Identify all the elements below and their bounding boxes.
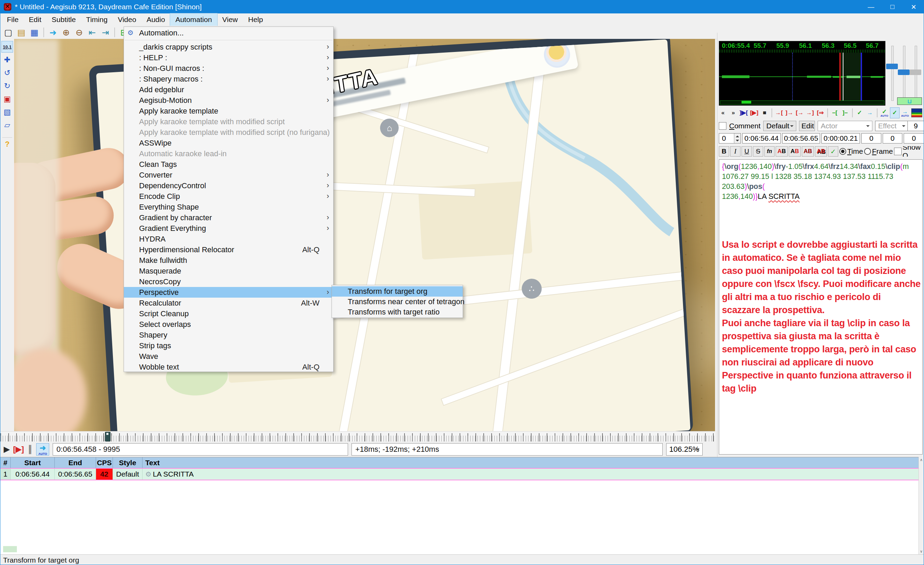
comment-checkbox[interactable] (719, 122, 726, 130)
duration-field[interactable]: 0:00:00.21 (821, 133, 860, 144)
strikeout-button[interactable]: S (753, 146, 763, 157)
audio-toolbar-button[interactable] (910, 107, 923, 118)
menu-item[interactable]: Shapery (124, 330, 333, 340)
video-tool-button[interactable]: ? (2, 137, 12, 149)
menu-item[interactable]: Wobble text Alt-Q (124, 362, 333, 372)
margin-vertical-field[interactable]: 0 (904, 133, 924, 144)
video-tool-button[interactable]: ▱ (2, 119, 13, 131)
scroll-up-icon[interactable]: ∧ (920, 458, 922, 462)
toolbar-button[interactable]: ⊕ (60, 27, 72, 38)
video-zoom-dropdown[interactable]: 106.25% (666, 443, 703, 456)
play-line-button[interactable]: [▶] (13, 445, 24, 454)
submenu-item[interactable]: Transform for target org (332, 286, 463, 297)
menu-item[interactable]: : Non-GUI macros : (124, 63, 333, 73)
audio-scrollbar[interactable] (720, 100, 884, 105)
menu-item[interactable]: DependencyControl (124, 180, 333, 191)
submenu-item[interactable]: Transforms with target ratio (332, 307, 463, 317)
audio-toolbar-button[interactable]: [▶] (749, 107, 759, 118)
outline-color-button[interactable]: AB (802, 146, 814, 157)
video-tool-button[interactable]: ✚ (2, 54, 13, 66)
menubar-item[interactable]: Help (243, 13, 268, 26)
subtitle-edit-box[interactable]: {\org(1236,140)\fry-1.05\frx4.64\frz14.3… (719, 159, 922, 454)
audio-toolbar-button[interactable]: ]▶[ (739, 107, 748, 118)
menu-item[interactable]: Clean Tags (124, 159, 333, 169)
video-tool-button[interactable]: ▣ (2, 93, 13, 105)
grid-scrollbar[interactable]: ∧ ∨ (918, 457, 924, 555)
audio-toolbar-button[interactable]: → AUTO (900, 107, 910, 118)
underline-button[interactable]: U (741, 146, 752, 157)
menu-item[interactable]: Gradient Everything (124, 223, 333, 234)
video-seek-handle[interactable] (105, 432, 111, 442)
video-preview[interactable]: ⌂ ∴ 諏訪神社史料館 LA SCRITTA (14, 39, 715, 431)
scroll-down-icon[interactable]: ∨ (920, 549, 922, 554)
menu-item[interactable]: Strip tags (124, 340, 333, 351)
col-cps[interactable]: CPS (96, 457, 113, 468)
toolbar-button[interactable]: ⇤ (86, 27, 98, 38)
audio-scrollbar-thumb[interactable] (741, 101, 751, 103)
menu-item[interactable]: Gradient by character (124, 212, 333, 223)
edit-style-button[interactable]: Edit (799, 121, 815, 131)
menu-item[interactable]: Add edgeblur (124, 84, 333, 95)
audio-toolbar-button[interactable]: ✓ AUTO (880, 107, 889, 118)
menu-item[interactable]: Hyperdimensional Relocator Alt-Q (124, 244, 333, 255)
shadow-color-button[interactable]: AB (815, 146, 827, 157)
actor-combobox[interactable]: Actor (818, 121, 872, 131)
primary-color-button[interactable]: AB (776, 146, 788, 157)
audio-toolbar-button[interactable]: [⇒ (816, 107, 825, 118)
col-text[interactable]: Text (142, 457, 924, 468)
video-tool-button[interactable]: ↻ (2, 80, 13, 92)
menubar-item[interactable]: File (2, 13, 24, 26)
audio-toolbar-button[interactable]: ]– (840, 107, 850, 118)
auto-seek-toggle[interactable]: ➜AUTO (36, 443, 49, 456)
menu-item[interactable]: Make fullwidth (124, 255, 333, 266)
menu-item[interactable]: HYDRA (124, 234, 333, 244)
menu-item[interactable]: Everything Shape (124, 202, 333, 212)
col-start[interactable]: Start (10, 457, 55, 468)
margin-right-field[interactable]: 0 (883, 133, 902, 144)
end-time-field[interactable]: 0:06:56.65 (782, 133, 820, 144)
spinner-arrows-icon[interactable] (734, 133, 741, 143)
menu-item[interactable]: Aegisub-Motion (124, 95, 333, 106)
audio-toolbar-button[interactable]: ]→ (784, 107, 794, 118)
menubar-item[interactable]: Subtitle (46, 13, 81, 26)
menu-item[interactable]: Masquerade (124, 266, 333, 276)
audio-toolbar-button[interactable]: →[ (774, 107, 784, 118)
menu-item[interactable]: Encode Clip (124, 191, 333, 202)
audio-toolbar-button[interactable]: –[ (830, 107, 840, 118)
frame-radio[interactable] (864, 148, 871, 155)
toolbar-button[interactable]: ➜ (47, 27, 59, 38)
play-button[interactable]: ▶ (4, 445, 10, 454)
menubar-item[interactable]: Timing (81, 13, 112, 26)
horizontal-zoom-slider[interactable] (886, 64, 898, 69)
menubar-item[interactable]: Audio (141, 13, 170, 26)
col-style[interactable]: Style (113, 457, 142, 468)
italic-button[interactable]: I (730, 146, 741, 157)
time-radio[interactable] (839, 148, 846, 155)
show-original-checkbox[interactable] (894, 148, 902, 155)
commit-button[interactable]: ✓ (828, 146, 838, 157)
audio-toolbar-button[interactable]: → (865, 107, 875, 118)
layer-spinner[interactable]: 0 (719, 133, 741, 144)
audio-toolbar-button[interactable]: » (729, 107, 738, 118)
toolbar-button[interactable]: ⇥ (99, 27, 111, 38)
style-dropdown[interactable]: Default (763, 121, 796, 131)
menubar-item[interactable]: View (217, 13, 243, 26)
start-time-field[interactable]: 0:06:56.44 (742, 133, 781, 144)
video-tool-button[interactable]: 10,1 (2, 41, 13, 52)
menu-item[interactable]: Select overlaps (124, 319, 333, 330)
minimize-button[interactable]: — (860, 0, 882, 13)
volume-slider[interactable] (909, 69, 921, 75)
submenu-item[interactable]: Transforms near center of tetragon (332, 297, 463, 307)
audio-waveform-display[interactable]: 0:06:55.4 55.7 55.9 56.1 56.3 56.5 56.7 (719, 41, 885, 106)
video-tool-button[interactable]: ↺ (2, 67, 13, 79)
toolbar-button[interactable]: ▦ (28, 27, 40, 38)
menu-item[interactable]: Wave (124, 351, 333, 362)
menu-item[interactable]: ASSWipe (124, 138, 333, 148)
menu-item[interactable]: : HELP : (124, 52, 333, 63)
menu-item[interactable]: Automatic karaoke lead-in (124, 148, 333, 159)
margin-left-field[interactable]: 0 (861, 133, 881, 144)
menu-item[interactable]: Perspective (124, 287, 333, 298)
video-tool-button[interactable]: ▧ (2, 106, 13, 118)
menu-item[interactable]: Script Cleanup (124, 308, 333, 319)
menu-item[interactable]: Apply karaoke template with modified scr… (124, 127, 333, 138)
